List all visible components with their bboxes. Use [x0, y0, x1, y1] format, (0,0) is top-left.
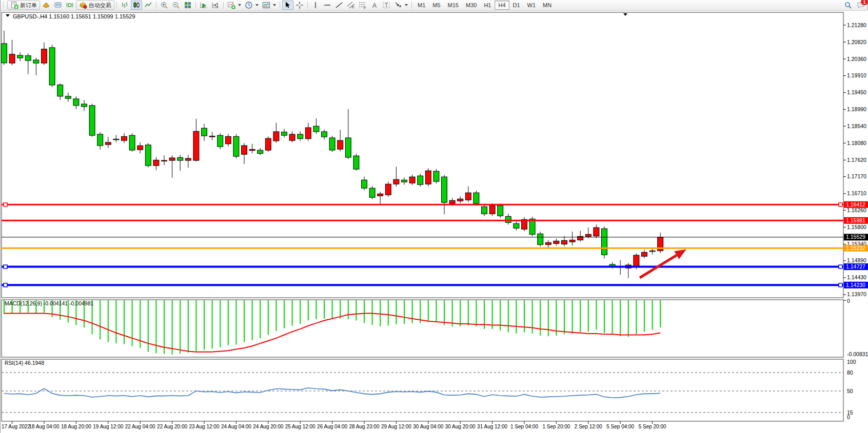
indicators-dropdown[interactable]	[261, 1, 278, 10]
new-order-icon	[10, 1, 18, 9]
tile-windows-icon	[184, 1, 192, 9]
svg-text:RSI(14) 46.1948: RSI(14) 46.1948	[5, 360, 44, 366]
cursor-tool-button[interactable]	[282, 1, 293, 10]
trendline-tool[interactable]	[333, 1, 345, 10]
search-icon	[844, 1, 852, 9]
notifications-button[interactable]: 1	[857, 1, 865, 9]
new-chart-dropdown[interactable]	[226, 1, 243, 10]
fibonacci-icon: F	[359, 1, 367, 9]
toolbar-separator	[411, 2, 412, 9]
indicators-icon	[262, 1, 270, 9]
svg-text:A: A	[372, 2, 377, 9]
shapes-dropdown[interactable]	[392, 1, 409, 10]
mt4-window: 新订单 自动交易	[0, 0, 868, 433]
svg-text:28 Aug 23:00: 28 Aug 23:00	[349, 424, 380, 429]
fibonacci-tool[interactable]: F	[357, 1, 368, 10]
svg-text:1.16710: 1.16710	[847, 190, 866, 196]
svg-text:1.18990: 1.18990	[847, 106, 866, 112]
svg-text:22 Aug 20:00: 22 Aug 20:00	[157, 424, 187, 429]
svg-text:23 Aug 12:00: 23 Aug 12:00	[189, 424, 220, 429]
vertical-line-icon	[311, 1, 320, 9]
bar-chart-button[interactable]	[119, 1, 130, 10]
notification-badge: 1	[861, 0, 868, 5]
price-badge: 1.16412	[844, 201, 868, 208]
channel-icon: E	[347, 1, 355, 9]
toolbar-right-group: 1	[842, 1, 866, 10]
candlestick-chart-icon	[132, 1, 141, 9]
svg-text:19 Aug 12:00: 19 Aug 12:00	[93, 424, 123, 429]
vertical-line-tool[interactable]	[310, 1, 321, 10]
svg-text:GBPUSD-,H4 1.15160 1.15651 1.: GBPUSD-,H4 1.15160 1.15651 1.15099 1.155…	[13, 13, 135, 19]
svg-text:80: 80	[847, 369, 853, 376]
new-order-button[interactable]: 新订单	[7, 1, 40, 10]
svg-text:50: 50	[847, 388, 853, 394]
svg-text:1.19450: 1.19450	[847, 89, 866, 95]
svg-text:1.13970: 1.13970	[847, 291, 866, 297]
autotrade-button[interactable]: 自动交易	[76, 1, 114, 10]
toolbar-separator	[116, 2, 117, 9]
line-chart-button[interactable]	[143, 1, 154, 10]
timeframe-button-h4[interactable]: H4	[495, 1, 509, 10]
search-button[interactable]	[842, 1, 854, 10]
timeframe-button-m1[interactable]: M1	[414, 1, 429, 10]
svg-text:1.21280: 1.21280	[847, 22, 866, 28]
timeframe-button-w1[interactable]: W1	[524, 1, 540, 10]
timeframe-button-h1[interactable]: H1	[480, 1, 495, 10]
horizontal-line-tool[interactable]	[322, 1, 333, 10]
price-badge: 1.15232	[844, 245, 868, 252]
timeframe-button-mn[interactable]: MN	[539, 1, 555, 10]
text-label-icon: T	[382, 1, 390, 9]
svg-text:30 Aug 20:00: 30 Aug 20:00	[445, 424, 476, 429]
text-icon: A	[370, 1, 379, 9]
timeframe-button-m15[interactable]: M15	[444, 1, 462, 10]
zoom-out-button[interactable]	[170, 1, 182, 10]
timeframe-button-m30[interactable]: M30	[462, 1, 480, 10]
svg-text:1.15800: 1.15800	[847, 224, 866, 230]
crosshair-tool-button[interactable]	[294, 1, 305, 10]
svg-text:1.14727: 1.14727	[846, 263, 865, 270]
new-chart-icon	[227, 1, 235, 9]
new-order-label: 新订单	[20, 2, 37, 9]
toolbar-separator	[307, 2, 308, 9]
auto-scroll-icon	[200, 1, 208, 9]
zoom-in-button[interactable]	[159, 1, 170, 10]
svg-text:18 Aug 04:00: 18 Aug 04:00	[29, 424, 60, 429]
svg-text:1 Sep 04:00: 1 Sep 04:00	[510, 424, 538, 429]
channel-tool[interactable]: E	[345, 1, 357, 10]
svg-text:1 Sep 20:00: 1 Sep 20:00	[542, 424, 570, 429]
text-label-tool[interactable]: T	[381, 1, 392, 10]
auto-scroll-button[interactable]	[198, 1, 209, 10]
svg-text:1.15981: 1.15981	[846, 217, 865, 223]
navigator-button[interactable]	[64, 1, 75, 10]
svg-text:29 Aug 12:00: 29 Aug 12:00	[381, 424, 411, 429]
candlestick-chart-button[interactable]	[131, 1, 142, 10]
svg-text:5 Sep 04:00: 5 Sep 04:00	[606, 424, 634, 429]
svg-text:30 Aug 04:00: 30 Aug 04:00	[413, 424, 443, 429]
data-window-button[interactable]	[52, 1, 64, 10]
toolbar-grip	[3, 2, 6, 9]
chevron-down-icon	[255, 4, 259, 6]
main-toolbar: 新订单 自动交易	[1, 0, 867, 11]
svg-text:1.17170: 1.17170	[847, 173, 866, 179]
svg-text:1.15529: 1.15529	[846, 234, 865, 240]
svg-text:1.18540: 1.18540	[847, 123, 866, 129]
toolbar-separator	[195, 2, 196, 9]
cursor-icon	[284, 1, 292, 9]
svg-text:25 Aug 12:00: 25 Aug 12:00	[285, 424, 315, 429]
timeframe-button-d1[interactable]: D1	[509, 1, 524, 10]
svg-text:5 Sep 20:00: 5 Sep 20:00	[639, 424, 666, 429]
chart-canvas[interactable]: 1.212801.208201.203601.199101.194501.189…	[1, 0, 868, 433]
svg-text:24 Aug 04:00: 24 Aug 04:00	[221, 424, 251, 429]
svg-text:T: T	[385, 3, 388, 8]
chart-shift-button[interactable]	[210, 1, 221, 10]
svg-text:18 Aug 20:00: 18 Aug 20:00	[61, 424, 91, 429]
timeframe-button-m5[interactable]: M5	[429, 1, 444, 10]
text-tool[interactable]: A	[369, 1, 380, 10]
market-watch-button[interactable]	[41, 1, 52, 10]
price-badge: 1.14230	[844, 282, 868, 288]
tile-windows-button[interactable]	[182, 1, 193, 10]
svg-text:1.18080: 1.18080	[847, 140, 866, 146]
periods-dropdown[interactable]	[243, 1, 260, 10]
bar-chart-icon	[121, 1, 129, 9]
svg-text:0: 0	[847, 414, 850, 420]
